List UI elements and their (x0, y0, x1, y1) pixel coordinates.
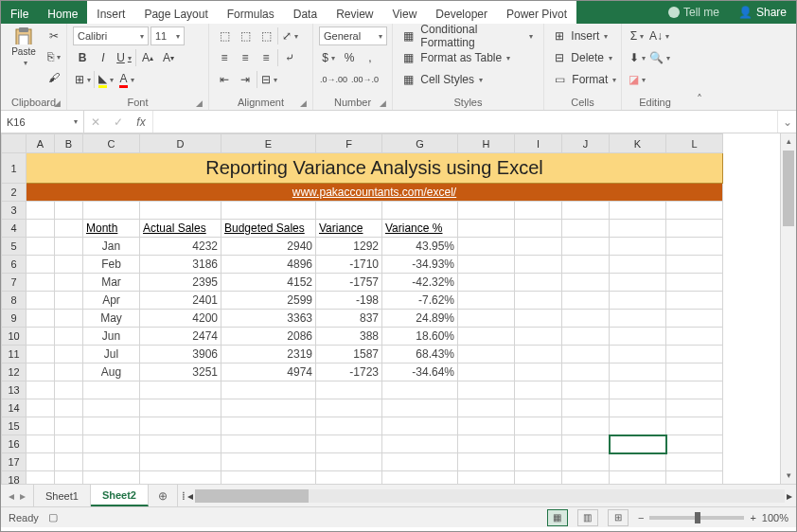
cell[interactable] (562, 417, 610, 435)
cell[interactable] (27, 310, 55, 328)
cell[interactable] (55, 202, 83, 220)
cell[interactable] (83, 453, 140, 471)
hscroll-thumb[interactable] (195, 489, 309, 503)
cell[interactable] (221, 381, 316, 399)
cell[interactable] (55, 220, 83, 238)
cell[interactable] (610, 364, 666, 381)
cell[interactable] (55, 310, 83, 328)
cell[interactable] (666, 435, 723, 453)
row-header-11[interactable]: 11 (2, 346, 27, 364)
cell[interactable] (562, 399, 610, 417)
cell[interactable] (316, 381, 382, 399)
sheet-tab-sheet1[interactable]: Sheet1 (34, 485, 91, 506)
cell[interactable]: -42.32% (382, 274, 458, 292)
tab-page-layout[interactable]: Page Layout (134, 1, 217, 24)
cell[interactable] (458, 364, 515, 381)
cell[interactable] (610, 399, 666, 417)
cell[interactable] (27, 274, 55, 292)
alignment-launcher[interactable]: ◢ (300, 98, 307, 108)
cell[interactable] (382, 202, 458, 220)
cell[interactable] (610, 453, 666, 471)
cell[interactable] (515, 274, 562, 292)
cell[interactable] (666, 364, 723, 381)
cell[interactable]: -34.93% (382, 256, 458, 274)
cell[interactable]: 68.43% (382, 346, 458, 364)
cell[interactable] (666, 399, 723, 417)
tab-developer[interactable]: Developer (426, 1, 497, 24)
cell[interactable] (515, 202, 562, 220)
font-color-button[interactable]: A▾ (117, 70, 136, 89)
cell[interactable] (458, 292, 515, 310)
row-header-8[interactable]: 8 (2, 292, 27, 310)
cell[interactable] (562, 453, 610, 471)
expand-formula-bar[interactable]: ⌄ (777, 111, 796, 133)
cell[interactable] (562, 202, 610, 220)
cell[interactable] (562, 435, 610, 453)
clear-button[interactable]: ◪▾ (628, 70, 646, 89)
cell[interactable] (610, 471, 666, 485)
col-header-F[interactable]: F (316, 134, 382, 153)
cell[interactable] (666, 417, 723, 435)
cell[interactable] (562, 346, 610, 364)
cell[interactable] (382, 471, 458, 485)
row-header-14[interactable]: 14 (2, 399, 27, 417)
horizontal-scrollbar[interactable]: ⁞ ◂ ▸ (177, 485, 796, 506)
row-header-18[interactable]: 18 (2, 471, 27, 485)
cell[interactable] (458, 328, 515, 346)
cut-button[interactable]: ✂ (44, 27, 63, 45)
cell[interactable] (562, 256, 610, 274)
row-header-17[interactable]: 17 (2, 453, 27, 471)
cell[interactable]: 18.60% (382, 328, 458, 346)
cell[interactable] (562, 328, 610, 346)
cell[interactable] (515, 399, 562, 417)
cell[interactable]: Jun (83, 328, 140, 346)
cell[interactable] (27, 417, 55, 435)
row-header-9[interactable]: 9 (2, 310, 27, 328)
formula-input[interactable] (153, 111, 777, 133)
cell[interactable] (27, 292, 55, 310)
wrap-text-button[interactable]: ⤶ (280, 48, 299, 67)
number-format-select[interactable]: General▾ (319, 27, 387, 45)
cell[interactable] (83, 471, 140, 485)
cell-styles-button[interactable]: ▦ Cell Styles▾ (398, 70, 487, 89)
row-header-4[interactable]: 4 (2, 220, 27, 238)
col-header-D[interactable]: D (140, 134, 221, 153)
sort-filter-button[interactable]: A↓▾ (648, 27, 670, 45)
cell[interactable] (458, 202, 515, 220)
cell[interactable] (27, 328, 55, 346)
row-header-2[interactable]: 2 (2, 184, 27, 202)
cell[interactable] (316, 417, 382, 435)
cell[interactable] (55, 328, 83, 346)
collapse-ribbon-button[interactable]: ˄ (688, 24, 711, 110)
tab-formulas[interactable]: Formulas (218, 1, 284, 24)
cell[interactable] (666, 256, 723, 274)
font-launcher[interactable]: ◢ (196, 98, 203, 108)
row-header-16[interactable]: 16 (2, 435, 27, 453)
italic-button[interactable]: I (94, 48, 113, 67)
cell[interactable] (666, 453, 723, 471)
cell[interactable]: 2940 (221, 238, 316, 256)
cell[interactable] (316, 399, 382, 417)
cell[interactable] (83, 381, 140, 399)
number-launcher[interactable]: ◢ (380, 98, 386, 108)
enter-formula-button[interactable]: ✓ (107, 111, 130, 133)
orientation-button[interactable]: ⤢▾ (280, 27, 299, 45)
cell[interactable] (515, 417, 562, 435)
spreadsheet-grid[interactable]: ABCDEFGHIJKL 1Reporting Variance Analysi… (1, 133, 723, 484)
align-right-button[interactable]: ≡ (257, 48, 275, 67)
sheet-nav-next[interactable]: ▸ (20, 489, 26, 503)
cell[interactable]: Variance % (382, 220, 458, 238)
cell[interactable] (666, 328, 723, 346)
cell[interactable]: 2395 (140, 274, 221, 292)
cell[interactable] (140, 471, 221, 485)
selected-cell[interactable] (610, 435, 666, 453)
cell[interactable] (515, 471, 562, 485)
cell[interactable] (140, 417, 221, 435)
cell[interactable]: 43.95% (382, 238, 458, 256)
cell[interactable]: Feb (83, 256, 140, 274)
cell[interactable] (666, 274, 723, 292)
row-header-13[interactable]: 13 (2, 381, 27, 399)
cell[interactable] (55, 256, 83, 274)
cell[interactable] (55, 399, 83, 417)
cell[interactable]: -1757 (316, 274, 382, 292)
